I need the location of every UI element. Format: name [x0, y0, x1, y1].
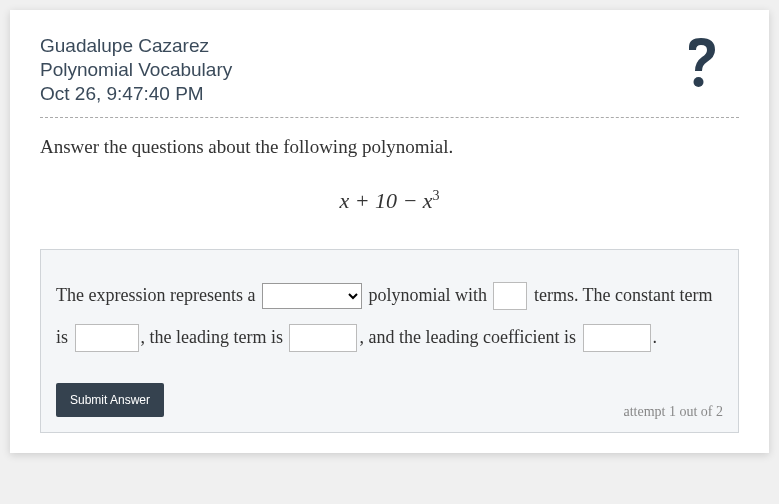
header: Guadalupe Cazarez Polynomial Vocabulary …	[40, 35, 739, 105]
help-icon[interactable]	[679, 35, 724, 90]
answer-text-5: , and the leading coefficient is	[359, 327, 580, 347]
answer-text-4: , the leading term is	[141, 327, 288, 347]
answer-content: The expression represents a polynomial w…	[56, 275, 723, 358]
answer-box: The expression represents a polynomial w…	[40, 249, 739, 433]
polynomial-expression: x + 10 − x3	[40, 188, 739, 214]
polynomial-type-select[interactable]	[262, 283, 362, 309]
answer-text-6: .	[653, 327, 658, 347]
leading-term-input[interactable]	[289, 324, 357, 352]
timestamp: Oct 26, 9:47:40 PM	[40, 83, 739, 105]
leading-coefficient-input[interactable]	[583, 324, 651, 352]
submit-button[interactable]: Submit Answer	[56, 383, 164, 417]
svg-point-0	[694, 77, 704, 87]
assignment-title: Polynomial Vocabulary	[40, 59, 739, 81]
answer-text-2: polynomial with	[364, 285, 492, 305]
terms-count-input[interactable]	[493, 282, 527, 310]
main-container: Guadalupe Cazarez Polynomial Vocabulary …	[10, 10, 769, 453]
attempt-counter: attempt 1 out of 2	[623, 404, 723, 420]
student-name: Guadalupe Cazarez	[40, 35, 739, 57]
question-prompt: Answer the questions about the following…	[40, 136, 739, 158]
constant-term-input[interactable]	[75, 324, 139, 352]
divider	[40, 117, 739, 118]
answer-text-1: The expression represents a	[56, 285, 260, 305]
